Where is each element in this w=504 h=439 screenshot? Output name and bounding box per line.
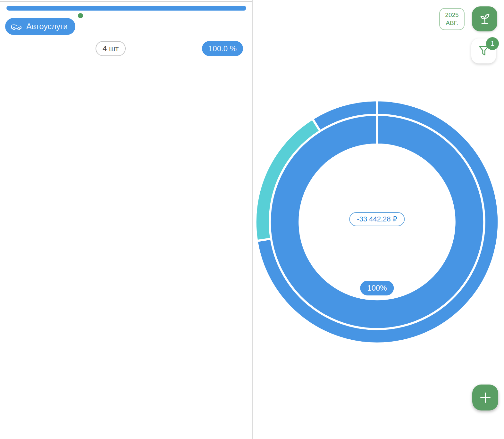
sprout-icon	[478, 12, 491, 26]
chart-total-label: -33 442,28 ₽	[349, 212, 405, 226]
category-label: Автоуслуги	[26, 22, 68, 31]
category-percent-chip: 100.0 %	[202, 41, 243, 56]
chart-share-label: 100%	[360, 281, 394, 295]
period-month: АВГ.	[446, 19, 458, 27]
category-active-indicator	[78, 13, 83, 18]
period-selector-button[interactable]: 2025 АВГ.	[439, 8, 465, 30]
plus-icon	[477, 389, 494, 406]
expense-tracker-app: -33 442,28 ₽ Автоуслуги 4 шт 100.0 %	[0, 0, 504, 439]
chart-panel: -33 442,28 ₽ 100% 2025 АВГ.	[253, 0, 504, 439]
transaction-count-chip: 4 шт	[96, 41, 126, 56]
car-icon	[10, 22, 22, 31]
period-year: 2025	[445, 11, 458, 19]
add-transaction-button[interactable]	[472, 385, 498, 410]
category-progress-fill	[6, 6, 246, 11]
category-progress-bar	[6, 6, 246, 11]
category-button[interactable]: Автоуслуги	[5, 18, 75, 35]
category-list-panel: -33 442,28 ₽ Автоуслуги 4 шт 100.0 %	[0, 0, 252, 439]
panel-top-divider	[0, 1, 252, 2]
filter-count-badge: 1	[486, 37, 499, 50]
sprout-button[interactable]	[472, 6, 497, 31]
